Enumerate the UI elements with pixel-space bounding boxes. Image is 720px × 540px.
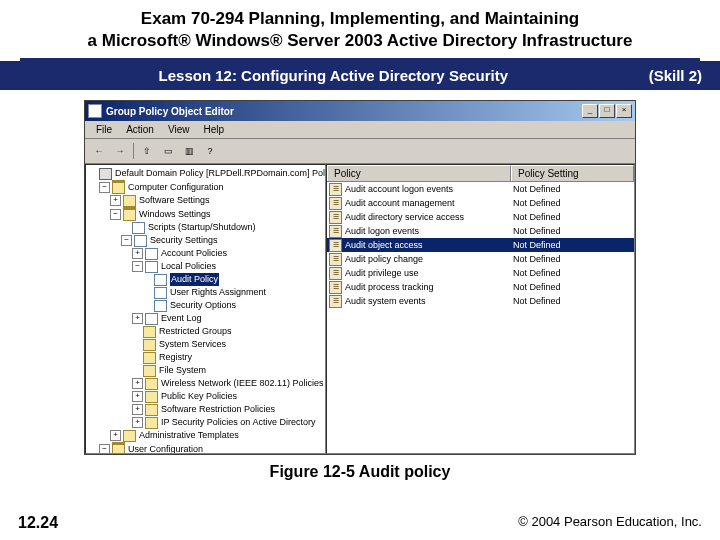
tree-icon bbox=[154, 287, 167, 299]
tree-software-restriction[interactable]: +Software Restriction Policies bbox=[88, 403, 323, 416]
expand-toggle[interactable]: − bbox=[132, 261, 143, 272]
policy-icon: ☰ bbox=[329, 239, 342, 252]
tree-ipsec[interactable]: +IP Security Policies on Active Director… bbox=[88, 416, 323, 429]
policy-name: Audit system events bbox=[345, 294, 513, 308]
tree-registry[interactable]: Registry bbox=[88, 351, 323, 364]
tree-user-config[interactable]: −User Configuration bbox=[88, 442, 323, 454]
export-list-button[interactable]: ▥ bbox=[179, 141, 199, 161]
expand-toggle[interactable]: − bbox=[99, 182, 110, 193]
expand-toggle[interactable]: − bbox=[121, 235, 132, 246]
tree-label: Software Restriction Policies bbox=[161, 403, 275, 416]
tree-icon bbox=[123, 195, 136, 207]
tree-security-options[interactable]: Security Options bbox=[88, 299, 323, 312]
policy-row[interactable]: ☰Audit logon eventsNot Defined bbox=[327, 224, 634, 238]
expand-toggle[interactable]: + bbox=[132, 391, 143, 402]
window-title: Group Policy Object Editor bbox=[106, 106, 581, 117]
close-button[interactable]: × bbox=[616, 104, 632, 118]
tree-label: Windows Settings bbox=[139, 208, 211, 221]
tree-label: Registry bbox=[159, 351, 192, 364]
menu-file[interactable]: File bbox=[89, 123, 119, 136]
app-icon bbox=[88, 104, 102, 118]
expand-toggle[interactable]: − bbox=[110, 209, 121, 220]
policy-icon: ☰ bbox=[329, 197, 342, 210]
expand-toggle[interactable]: + bbox=[132, 404, 143, 415]
tree-scripts[interactable]: Scripts (Startup/Shutdown) bbox=[88, 221, 323, 234]
policy-row[interactable]: ☰Audit process trackingNot Defined bbox=[327, 280, 634, 294]
expand-toggle[interactable]: + bbox=[132, 378, 143, 389]
tree-audit-policy[interactable]: Audit Policy bbox=[88, 273, 323, 286]
slide-footer: 12.24 © 2004 Pearson Education, Inc. bbox=[0, 514, 720, 532]
copyright: © 2004 Pearson Education, Inc. bbox=[518, 514, 702, 532]
expand-toggle[interactable]: + bbox=[132, 313, 143, 324]
expand-toggle[interactable]: + bbox=[132, 248, 143, 259]
expand-toggle[interactable]: − bbox=[99, 444, 110, 455]
tree-label: User Configuration bbox=[128, 443, 203, 455]
tree-public-key[interactable]: +Public Key Policies bbox=[88, 390, 323, 403]
column-policy[interactable]: Policy bbox=[327, 165, 511, 181]
tree-icon bbox=[145, 391, 158, 403]
minimize-button[interactable]: _ bbox=[582, 104, 598, 118]
policy-setting: Not Defined bbox=[513, 210, 632, 224]
policy-row[interactable]: ☰Audit system eventsNot Defined bbox=[327, 294, 634, 308]
policy-icon: ☰ bbox=[329, 183, 342, 196]
policy-name: Audit logon events bbox=[345, 224, 513, 238]
policy-row[interactable]: ☰Audit object accessNot Defined bbox=[327, 238, 634, 252]
tree-restricted-groups[interactable]: Restricted Groups bbox=[88, 325, 323, 338]
tree-windows-settings[interactable]: −Windows Settings bbox=[88, 207, 323, 221]
tree-label: System Services bbox=[159, 338, 226, 351]
tree-label: Administrative Templates bbox=[139, 429, 239, 442]
tree-computer-config[interactable]: −Computer Configuration bbox=[88, 180, 323, 194]
expand-toggle[interactable]: + bbox=[110, 195, 121, 206]
expand-toggle[interactable]: + bbox=[132, 417, 143, 428]
menu-action[interactable]: Action bbox=[119, 123, 161, 136]
policy-row[interactable]: ☰Audit policy changeNot Defined bbox=[327, 252, 634, 266]
policy-icon: ☰ bbox=[329, 267, 342, 280]
policy-list-pane[interactable]: Policy Policy Setting ☰Audit account log… bbox=[326, 164, 635, 454]
tree-icon bbox=[112, 180, 125, 194]
policy-row[interactable]: ☰Audit account managementNot Defined bbox=[327, 196, 634, 210]
figure-caption: Figure 12-5 Audit policy bbox=[0, 459, 720, 483]
menu-help[interactable]: Help bbox=[196, 123, 231, 136]
policy-row[interactable]: ☰Audit directory service accessNot Defin… bbox=[327, 210, 634, 224]
tree-icon bbox=[145, 248, 158, 260]
tree-label: Security Options bbox=[170, 299, 236, 312]
up-button[interactable]: ⇧ bbox=[137, 141, 157, 161]
tree-software-settings[interactable]: +Software Settings bbox=[88, 194, 323, 207]
tree-icon bbox=[112, 442, 125, 454]
tree-admin-templates[interactable]: +Administrative Templates bbox=[88, 429, 323, 442]
policy-setting: Not Defined bbox=[513, 224, 632, 238]
tree-wireless[interactable]: +Wireless Network (IEEE 802.11) Policies bbox=[88, 377, 323, 390]
tree-pane[interactable]: Default Domain Policy [RLPDell.RPDomain.… bbox=[85, 164, 326, 454]
tree-icon bbox=[145, 404, 158, 416]
show-hide-tree-button[interactable]: ▭ bbox=[158, 141, 178, 161]
policy-row[interactable]: ☰Audit account logon eventsNot Defined bbox=[327, 182, 634, 196]
help-button[interactable]: ? bbox=[200, 141, 220, 161]
forward-button[interactable]: → bbox=[110, 141, 130, 161]
back-button[interactable]: ← bbox=[89, 141, 109, 161]
tree-label: IP Security Policies on Active Directory bbox=[161, 416, 315, 429]
tree-security-settings[interactable]: −Security Settings bbox=[88, 234, 323, 247]
tree-system-services[interactable]: System Services bbox=[88, 338, 323, 351]
window-titlebar[interactable]: Group Policy Object Editor _ □ × bbox=[85, 101, 635, 121]
tree-root[interactable]: Default Domain Policy [RLPDell.RPDomain.… bbox=[88, 167, 323, 180]
tree-label: Public Key Policies bbox=[161, 390, 237, 403]
policy-icon: ☰ bbox=[329, 211, 342, 224]
tree-icon bbox=[123, 207, 136, 221]
policy-name: Audit policy change bbox=[345, 252, 513, 266]
tree-local-policies[interactable]: −Local Policies bbox=[88, 260, 323, 273]
maximize-button[interactable]: □ bbox=[599, 104, 615, 118]
expand-toggle[interactable]: + bbox=[110, 430, 121, 441]
policy-icon: ☰ bbox=[329, 295, 342, 308]
tree-account-policies[interactable]: +Account Policies bbox=[88, 247, 323, 260]
tree-label: Event Log bbox=[161, 312, 202, 325]
tree-event-log[interactable]: +Event Log bbox=[88, 312, 323, 325]
tree-user-rights[interactable]: User Rights Assignment bbox=[88, 286, 323, 299]
policy-row[interactable]: ☰Audit privilege useNot Defined bbox=[327, 266, 634, 280]
policy-setting: Not Defined bbox=[513, 294, 632, 308]
tree-label: User Rights Assignment bbox=[170, 286, 266, 299]
column-setting[interactable]: Policy Setting bbox=[511, 165, 634, 181]
tree-icon bbox=[99, 168, 112, 180]
gpo-editor-window: Group Policy Object Editor _ □ × File Ac… bbox=[84, 100, 636, 455]
tree-file-system[interactable]: File System bbox=[88, 364, 323, 377]
menu-view[interactable]: View bbox=[161, 123, 197, 136]
